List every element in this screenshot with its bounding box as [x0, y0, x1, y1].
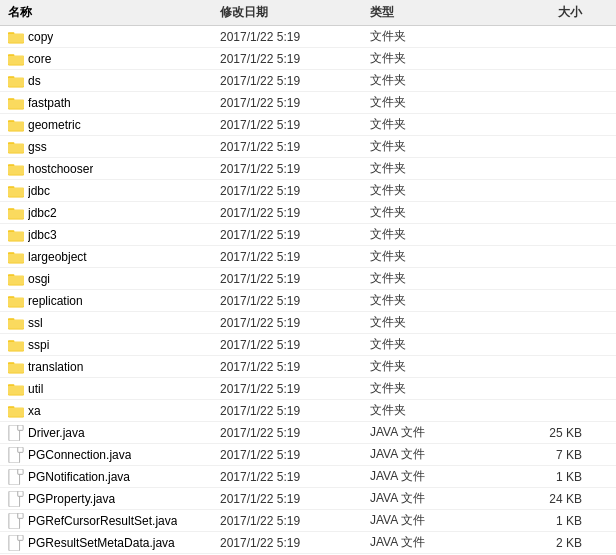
- item-filename: ssl: [28, 316, 43, 330]
- list-item[interactable]: PGNotification.java 2017/1/22 5:19 JAVA …: [0, 466, 616, 488]
- file-icon: [8, 447, 24, 463]
- folder-icon: [8, 228, 24, 242]
- list-item[interactable]: jdbc2 2017/1/22 5:19 文件夹: [0, 202, 616, 224]
- svg-rect-80: [18, 469, 23, 474]
- svg-rect-3: [8, 34, 24, 42]
- header-type[interactable]: 类型: [370, 4, 490, 21]
- header-date[interactable]: 修改日期: [220, 4, 370, 21]
- item-filename: hostchooser: [28, 162, 93, 176]
- list-item[interactable]: jdbc3 2017/1/22 5:19 文件夹: [0, 224, 616, 246]
- folder-icon: [8, 250, 24, 264]
- item-size: 25 KB: [490, 426, 590, 440]
- item-type: JAVA 文件: [370, 512, 490, 529]
- item-filename: PGConnection.java: [28, 448, 131, 462]
- list-item[interactable]: core 2017/1/22 5:19 文件夹: [0, 48, 616, 70]
- item-name: hostchooser: [0, 162, 220, 176]
- list-item[interactable]: hostchooser 2017/1/22 5:19 文件夹: [0, 158, 616, 180]
- item-date: 2017/1/22 5:19: [220, 30, 370, 44]
- item-type: 文件夹: [370, 270, 490, 287]
- list-item[interactable]: jdbc 2017/1/22 5:19 文件夹: [0, 180, 616, 202]
- item-date: 2017/1/22 5:19: [220, 184, 370, 198]
- svg-rect-35: [8, 210, 24, 218]
- svg-rect-31: [8, 188, 24, 196]
- folder-icon: [8, 30, 24, 44]
- item-name: fastpath: [0, 96, 220, 110]
- item-size: 2 KB: [490, 536, 590, 550]
- item-type: 文件夹: [370, 336, 490, 353]
- item-name: core: [0, 52, 220, 66]
- svg-rect-19: [8, 122, 24, 130]
- item-type: 文件夹: [370, 380, 490, 397]
- folder-icon: [8, 162, 24, 176]
- list-item[interactable]: fastpath 2017/1/22 5:19 文件夹: [0, 92, 616, 114]
- folder-icon: [8, 140, 24, 154]
- item-date: 2017/1/22 5:19: [220, 118, 370, 132]
- list-item[interactable]: replication 2017/1/22 5:19 文件夹: [0, 290, 616, 312]
- item-type: 文件夹: [370, 50, 490, 67]
- item-filename: jdbc: [28, 184, 50, 198]
- svg-rect-7: [8, 56, 24, 64]
- item-filename: ds: [28, 74, 41, 88]
- file-icon: [8, 469, 24, 485]
- item-filename: jdbc3: [28, 228, 57, 242]
- item-type: 文件夹: [370, 402, 490, 419]
- list-item[interactable]: largeobject 2017/1/22 5:19 文件夹: [0, 246, 616, 268]
- item-type: 文件夹: [370, 314, 490, 331]
- svg-rect-67: [8, 386, 24, 394]
- file-list: 名称 修改日期 类型 大小 copy 2017/1/22 5:19 文件夹 co…: [0, 0, 616, 555]
- item-filename: fastpath: [28, 96, 71, 110]
- folder-icon: [8, 206, 24, 220]
- list-item[interactable]: sspi 2017/1/22 5:19 文件夹: [0, 334, 616, 356]
- list-item[interactable]: gss 2017/1/22 5:19 文件夹: [0, 136, 616, 158]
- svg-rect-55: [8, 320, 24, 328]
- list-item[interactable]: translation 2017/1/22 5:19 文件夹: [0, 356, 616, 378]
- item-date: 2017/1/22 5:19: [220, 272, 370, 286]
- item-size: 24 KB: [490, 492, 590, 506]
- item-name: ds: [0, 74, 220, 88]
- item-filename: largeobject: [28, 250, 87, 264]
- header-row: 名称 修改日期 类型 大小: [0, 0, 616, 26]
- item-filename: PGRefCursorResultSet.java: [28, 514, 177, 528]
- item-date: 2017/1/22 5:19: [220, 382, 370, 396]
- item-date: 2017/1/22 5:19: [220, 338, 370, 352]
- list-item[interactable]: ssl 2017/1/22 5:19 文件夹: [0, 312, 616, 334]
- list-item[interactable]: osgi 2017/1/22 5:19 文件夹: [0, 268, 616, 290]
- list-item[interactable]: PGRefCursorResultSet.java 2017/1/22 5:19…: [0, 510, 616, 532]
- item-name: osgi: [0, 272, 220, 286]
- item-type: JAVA 文件: [370, 424, 490, 441]
- svg-rect-71: [8, 408, 24, 416]
- list-item[interactable]: util 2017/1/22 5:19 文件夹: [0, 378, 616, 400]
- list-item[interactable]: PGConnection.java 2017/1/22 5:19 JAVA 文件…: [0, 444, 616, 466]
- header-name[interactable]: 名称: [0, 4, 220, 21]
- list-item[interactable]: ds 2017/1/22 5:19 文件夹: [0, 70, 616, 92]
- item-name: xa: [0, 404, 220, 418]
- file-icon: [8, 491, 24, 507]
- folder-icon: [8, 360, 24, 374]
- list-item[interactable]: geometric 2017/1/22 5:19 文件夹: [0, 114, 616, 136]
- list-item[interactable]: Driver.java 2017/1/22 5:19 JAVA 文件 25 KB: [0, 422, 616, 444]
- item-filename: translation: [28, 360, 83, 374]
- list-item[interactable]: PGProperty.java 2017/1/22 5:19 JAVA 文件 2…: [0, 488, 616, 510]
- item-type: JAVA 文件: [370, 446, 490, 463]
- item-filename: gss: [28, 140, 47, 154]
- folder-icon: [8, 382, 24, 396]
- folder-icon: [8, 294, 24, 308]
- item-name: PGResultSetMetaData.java: [0, 535, 220, 551]
- item-date: 2017/1/22 5:19: [220, 426, 370, 440]
- item-type: JAVA 文件: [370, 468, 490, 485]
- list-item[interactable]: PGResultSetMetaData.java 2017/1/22 5:19 …: [0, 532, 616, 554]
- item-type: 文件夹: [370, 28, 490, 45]
- file-icon: [8, 425, 24, 441]
- file-icon: [8, 513, 24, 529]
- item-date: 2017/1/22 5:19: [220, 470, 370, 484]
- item-filename: PGNotification.java: [28, 470, 130, 484]
- svg-rect-86: [18, 513, 23, 518]
- svg-rect-27: [8, 166, 24, 174]
- list-item[interactable]: xa 2017/1/22 5:19 文件夹: [0, 400, 616, 422]
- item-type: 文件夹: [370, 138, 490, 155]
- header-size[interactable]: 大小: [490, 4, 590, 21]
- folder-icon: [8, 118, 24, 132]
- item-type: 文件夹: [370, 160, 490, 177]
- list-item[interactable]: copy 2017/1/22 5:19 文件夹: [0, 26, 616, 48]
- item-filename: PGResultSetMetaData.java: [28, 536, 175, 550]
